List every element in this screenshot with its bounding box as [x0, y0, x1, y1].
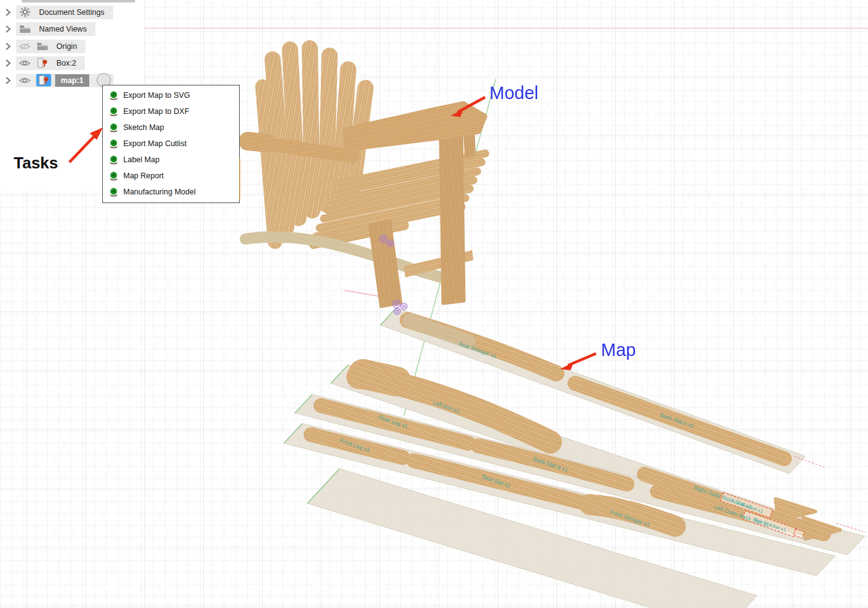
app-window: Seat Stringer x1 Back Slat A x1 Left Arm… — [0, 0, 868, 608]
task-context-menu: Export Map to SVG Export Map to DXF Sket… — [102, 85, 240, 203]
browser-row-label: Document Settings — [35, 8, 105, 17]
eye-hidden-icon[interactable] — [18, 42, 32, 51]
menu-item-label-map[interactable]: Label Map — [103, 152, 239, 168]
map-annotation-text: Map — [601, 340, 636, 360]
map-arrowhead — [560, 362, 574, 370]
mapboards-task-icon — [108, 90, 119, 100]
browser-row-label-selected: map:1 — [55, 74, 89, 87]
menu-item-export-map-cutlist[interactable]: Export Map Cutlist — [103, 136, 239, 152]
browser-row-map1[interactable]: map:1 — [0, 73, 113, 87]
browser-row-label: Named Views — [35, 25, 87, 33]
eye-icon[interactable] — [18, 76, 32, 85]
expand-chevron-icon[interactable] — [0, 76, 16, 85]
mapboards-task-icon — [108, 155, 119, 165]
menu-item-label: Map Report — [123, 172, 164, 180]
tasks-annotation-text: Tasks — [14, 154, 58, 173]
menu-item-export-map-to-svg[interactable]: Export Map to SVG — [103, 87, 239, 103]
component-pinned-icon-selected — [35, 74, 51, 87]
annotation-map: Map — [560, 340, 636, 370]
expand-chevron-icon[interactable] — [0, 25, 16, 33]
menu-item-label: Export Map to DXF — [123, 107, 189, 116]
menu-item-label: Export Map Cutlist — [123, 139, 186, 148]
mapboards-task-icon — [108, 187, 119, 197]
expand-chevron-icon[interactable] — [0, 42, 16, 51]
menu-item-manufacturing-model[interactable]: Manufacturing Model — [103, 184, 239, 200]
mapboards-task-icon — [108, 139, 119, 149]
menu-item-export-map-to-dxf[interactable]: Export Map to DXF — [103, 103, 239, 119]
expand-chevron-icon[interactable] — [0, 8, 16, 17]
folder-icon — [35, 42, 49, 51]
model-annotation-text: Model — [489, 83, 538, 103]
browser-row-label: Box:2 — [53, 59, 76, 67]
eye-icon[interactable] — [18, 59, 32, 67]
browser-row-label: Origin — [53, 42, 77, 51]
chair-rear-leg — [441, 129, 464, 303]
mapboards-task-icon — [108, 106, 119, 116]
menu-item-sketch-map[interactable]: Sketch Map — [103, 119, 239, 136]
menu-item-label: Sketch Map — [123, 123, 164, 132]
browser-row-box2[interactable]: Box:2 — [0, 56, 85, 70]
folder-icon — [18, 25, 32, 33]
mapboards-task-icon — [108, 123, 119, 132]
browser-row-named-views[interactable]: Named Views — [0, 22, 95, 36]
menu-item-label: Export Map to SVG — [123, 91, 190, 100]
mapboards-task-icon — [108, 171, 119, 181]
part-arm-bracket-1[interactable] — [776, 499, 815, 520]
chair-front-leg — [370, 221, 401, 306]
gear-icon — [18, 7, 32, 17]
expand-chevron-icon[interactable] — [0, 59, 16, 67]
menu-item-label: Label Map — [123, 155, 159, 164]
browser-row-document-settings[interactable]: Document Settings — [0, 5, 113, 19]
browser-row-origin[interactable]: Origin — [0, 39, 85, 53]
menu-item-label: Manufacturing Model — [123, 188, 196, 196]
menu-item-map-report[interactable]: Map Report — [103, 168, 239, 184]
part-left-arm-flare — [363, 374, 397, 381]
chair-model-3d[interactable] — [245, 48, 485, 315]
sketch-line-fragment — [239, 159, 240, 199]
cut-map-layout[interactable]: Seat Stringer x1 Back Slat A x1 Left Arm… — [284, 308, 866, 608]
component-pinned-icon — [35, 57, 49, 69]
partial-row-above — [22, 0, 135, 2]
